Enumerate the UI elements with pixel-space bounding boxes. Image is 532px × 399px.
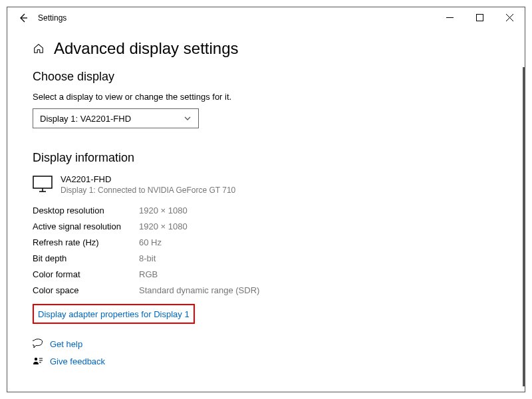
arrow-left-icon — [18, 13, 29, 23]
adapter-properties-link[interactable]: Display adapter properties for Display 1 — [38, 309, 190, 319]
chat-help-icon — [33, 338, 43, 349]
spec-row: Desktop resolution1920 × 1080 — [33, 203, 499, 219]
give-feedback-link[interactable]: Give feedback — [33, 356, 499, 366]
back-button[interactable] — [13, 7, 34, 29]
spec-row: Refresh rate (Hz)60 Hz — [33, 235, 499, 251]
content-area: Advanced display settings Choose display… — [7, 29, 525, 366]
monitor-name: VA2201-FHD — [61, 174, 235, 184]
page-title: Advanced display settings — [54, 39, 239, 58]
give-feedback-label: Give feedback — [50, 356, 105, 366]
get-help-link[interactable]: Get help — [33, 338, 499, 349]
settings-window: Settings Advanced display settings Choos… — [7, 7, 525, 392]
spec-value: 1920 × 1080 — [139, 219, 188, 235]
choose-display-heading: Choose display — [33, 70, 499, 84]
close-icon — [506, 14, 513, 21]
spec-label: Color format — [33, 267, 139, 283]
window-title: Settings — [38, 13, 66, 23]
choose-display-help: Select a display to view or change the s… — [33, 92, 499, 102]
monitor-icon — [33, 176, 53, 193]
window-controls — [435, 7, 525, 27]
spec-row: Color spaceStandard dynamic range (SDR) — [33, 283, 499, 299]
highlight-box: Display adapter properties for Display 1 — [33, 304, 195, 324]
spec-label: Bit depth — [33, 251, 139, 267]
spec-row: Color formatRGB — [33, 267, 499, 283]
spec-value: 60 Hz — [139, 235, 162, 251]
spec-value: 1920 × 1080 — [139, 203, 188, 219]
spec-value: Standard dynamic range (SDR) — [139, 283, 259, 299]
home-icon[interactable] — [33, 43, 45, 55]
display-info-heading: Display information — [33, 151, 499, 165]
close-button[interactable] — [495, 7, 525, 27]
spec-label: Color space — [33, 283, 139, 299]
display-select-value: Display 1: VA2201-FHD — [40, 114, 131, 124]
spec-value: RGB — [139, 267, 158, 283]
svg-rect-0 — [477, 14, 483, 21]
spec-value: 8-bit — [139, 251, 156, 267]
svg-rect-1 — [33, 176, 52, 188]
maximize-button[interactable] — [465, 7, 495, 27]
get-help-label: Get help — [50, 339, 82, 349]
spec-label: Active signal resolution — [33, 219, 139, 235]
chevron-down-icon — [184, 114, 192, 122]
scrollbar[interactable] — [523, 67, 525, 386]
spec-row: Bit depth8-bit — [33, 251, 499, 267]
footer-links: Get help Give feedback — [33, 338, 499, 366]
spec-label: Desktop resolution — [33, 203, 139, 219]
spec-label: Refresh rate (Hz) — [33, 235, 139, 251]
display-select[interactable]: Display 1: VA2201-FHD — [33, 108, 199, 128]
minimize-button[interactable] — [435, 7, 465, 27]
maximize-icon — [476, 14, 483, 21]
display-info-section: Display information VA2201-FHD Display 1… — [33, 151, 499, 366]
minimize-icon — [446, 14, 454, 21]
spec-row: Active signal resolution1920 × 1080 — [33, 219, 499, 235]
monitor-summary: VA2201-FHD Display 1: Connected to NVIDI… — [33, 174, 499, 195]
spec-table: Desktop resolution1920 × 1080 Active sig… — [33, 203, 499, 299]
titlebar: Settings — [7, 7, 525, 29]
page-heading-row: Advanced display settings — [33, 39, 499, 58]
feedback-icon — [33, 356, 43, 366]
monitor-connection: Display 1: Connected to NVIDIA GeForce G… — [61, 186, 235, 195]
svg-point-2 — [35, 358, 37, 360]
